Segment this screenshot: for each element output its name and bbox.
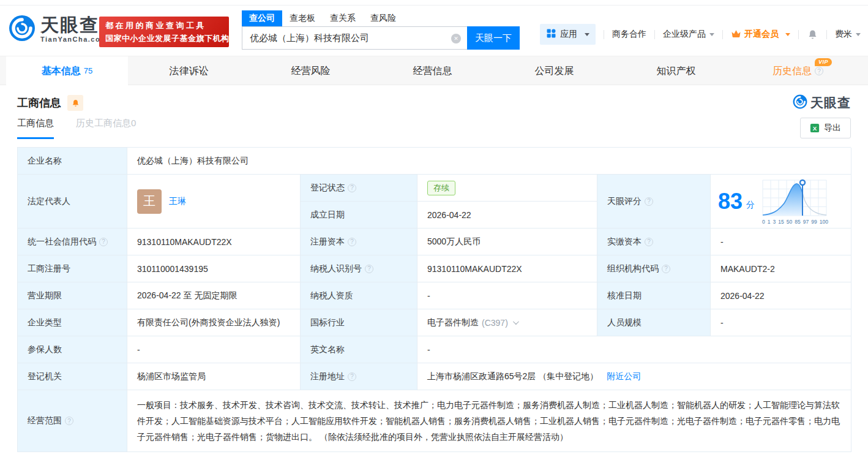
menu-item-cooperation[interactable]: 商务合作 <box>612 29 646 40</box>
watermark-brand: 天眼查 <box>810 94 851 111</box>
search-tab-relation[interactable]: 查关系 <box>323 10 363 26</box>
search-input-wrap <box>242 26 467 50</box>
score-unit: 分 <box>746 200 755 211</box>
tab-history-info[interactable]: VIP 历史信息 <box>737 56 859 86</box>
username-label: 费米 <box>835 29 852 40</box>
search-tab-boss[interactable]: 查老板 <box>282 10 323 26</box>
tab-development-label: 公司发展 <box>535 65 574 78</box>
slogan-line2: 国家中小企业发展子基金旗下机构 <box>105 33 223 44</box>
svg-text:X: X <box>813 125 817 132</box>
tab-legal-label: 法律诉讼 <box>170 65 209 78</box>
field-label-company-name: 企业名称 <box>18 148 127 175</box>
menu-divider <box>604 30 604 39</box>
field-value-taxpayer-quality: - <box>417 282 597 309</box>
enterprise-label: 企业级产品 <box>663 29 706 40</box>
search-input[interactable] <box>242 27 467 49</box>
sub-tabs: 工商信息 历史工商信息0 <box>17 118 136 139</box>
field-value-org-code: MAKAUDT2-2 <box>711 255 851 282</box>
search-tab-risk[interactable]: 查风险 <box>363 10 403 26</box>
field-label-legal-rep: 法定代表人 <box>18 175 127 228</box>
industry-name: 电子器件制造 <box>427 317 479 328</box>
vip-badge: VIP <box>815 58 832 66</box>
notification-bell-button[interactable] <box>807 29 818 40</box>
field-label-company-type: 企业类型 <box>18 309 127 336</box>
score-marker-pin <box>800 180 805 185</box>
question-circle-icon[interactable] <box>348 372 356 381</box>
open-vip-label: 开通会员 <box>744 29 779 40</box>
field-label-approval-date: 核准日期 <box>597 282 711 309</box>
field-label-english-name: 英文名称 <box>301 336 417 363</box>
field-label-taxpayer-quality: 纳税人资质 <box>301 282 417 309</box>
field-value-reg-number: 310110001439195 <box>127 255 301 282</box>
tab-basic-info-count: 75 <box>84 66 92 75</box>
question-circle-icon[interactable] <box>99 238 108 246</box>
tab-history-label: 历史信息 <box>773 65 812 78</box>
field-value-business-term: 2026-04-22 至 无固定期限 <box>127 282 301 309</box>
tab-operation-info[interactable]: 经营信息 <box>372 56 493 86</box>
field-label-taxpayer-id: 纳税人识别号 <box>301 255 417 282</box>
tab-basic-info[interactable]: 基本信息 75 <box>6 56 128 86</box>
question-circle-icon[interactable] <box>815 67 823 75</box>
tab-operation-label: 经营信息 <box>413 65 452 78</box>
business-scope-label-text: 经营范围 <box>28 415 62 426</box>
menu-divider <box>654 30 655 39</box>
field-label-reg-capital: 注册资本 <box>301 228 417 255</box>
question-circle-icon[interactable] <box>65 417 73 425</box>
export-button[interactable]: X 导出 <box>800 118 851 138</box>
apps-menu-button[interactable]: 应用 <box>540 24 596 45</box>
field-value-reg-address: 上海市杨浦区政通路65号2层 （集中登记地） 附近公司 <box>417 363 851 390</box>
field-value-business-scope: 一般项目：技术服务、技术开发、技术咨询、技术交流、技术转让、技术推广；电力电子元… <box>127 390 851 452</box>
field-value-industry: 电子器件制造 (C397) <box>417 309 597 336</box>
tianyancha-logo[interactable]: 天眼查 TianYanCha.com <box>9 15 107 44</box>
field-label-staff-size: 人员规模 <box>597 309 711 336</box>
bell-icon <box>807 29 818 40</box>
field-label-insured-count: 参保人数 <box>18 336 127 363</box>
slogan-banner: 都在用的商业查询工具 国家中小企业发展子基金旗下机构 <box>99 17 229 47</box>
tab-operation-risk[interactable]: 经营风险 <box>250 56 372 86</box>
tab-legal-proceedings[interactable]: 法律诉讼 <box>128 56 250 86</box>
field-label-credit-code: 统一社会信用代码 <box>18 228 127 255</box>
chevron-down-icon <box>785 33 790 36</box>
question-circle-icon[interactable] <box>645 238 653 246</box>
search-tab-company[interactable]: 查公司 <box>242 10 282 26</box>
tyc-score-label-text: 天眼评分 <box>607 196 642 207</box>
field-value-company-type: 有限责任公司(外商投资企业法人独资) <box>127 309 301 336</box>
export-label: 导出 <box>824 123 841 134</box>
reg-address-text: 上海市杨浦区政通路65号2层 （集中登记地） <box>427 371 598 382</box>
score-value: 83 <box>718 191 743 213</box>
score-chart-x-ticks: 0131550859799100 <box>762 219 828 225</box>
logo-domain: TianYanCha.com <box>40 36 107 43</box>
subscribe-bell-button[interactable] <box>67 95 83 111</box>
paid-capital-label-text: 实缴资本 <box>607 236 642 247</box>
question-circle-icon[interactable] <box>662 265 670 273</box>
menu-item-open-vip[interactable]: 开通会员 <box>731 29 790 40</box>
nearby-companies-link[interactable]: 附近公司 <box>607 371 641 382</box>
clear-search-icon[interactable] <box>451 34 461 43</box>
subtab-business-info[interactable]: 工商信息 <box>17 118 54 139</box>
tab-company-development[interactable]: 公司发展 <box>493 56 615 86</box>
reg-address-label-text: 注册地址 <box>310 371 345 382</box>
tianyancha-company-page: 天眼查 TianYanCha.com 都在用的商业查询工具 国家中小企业发展子基… <box>0 0 868 457</box>
legal-rep-name-link[interactable]: 王琳 <box>169 196 186 207</box>
section-title: 工商信息 <box>17 96 61 110</box>
field-value-reg-capital: 5000万人民币 <box>417 228 597 255</box>
field-label-business-scope: 经营范围 <box>18 390 127 452</box>
chevron-down-icon[interactable] <box>513 319 519 325</box>
question-circle-icon[interactable] <box>365 265 373 273</box>
field-label-industry: 国标行业 <box>301 309 417 336</box>
question-circle-icon[interactable] <box>348 184 356 192</box>
taxpayer-id-label-text: 纳税人识别号 <box>310 263 362 274</box>
menu-item-enterprise[interactable]: 企业级产品 <box>663 29 714 40</box>
field-value-company-name: 优必城（上海）科技有限公司 <box>127 148 851 175</box>
field-label-establish-date: 成立日期 <box>301 202 417 228</box>
tab-intellectual-property[interactable]: 知识产权 <box>615 56 737 86</box>
tab-ip-label: 知识产权 <box>657 65 696 78</box>
legal-rep-avatar[interactable]: 王 <box>137 189 162 214</box>
cooperation-label: 商务合作 <box>612 29 646 40</box>
user-menu[interactable]: 费米 <box>835 29 861 40</box>
subtab-history-business-info[interactable]: 历史工商信息0 <box>76 118 136 139</box>
question-circle-icon[interactable] <box>645 197 653 206</box>
question-circle-icon[interactable] <box>348 238 356 246</box>
search-button[interactable]: 天眼一下 <box>467 26 520 50</box>
slogan-line1: 都在用的商业查询工具 <box>105 20 223 31</box>
